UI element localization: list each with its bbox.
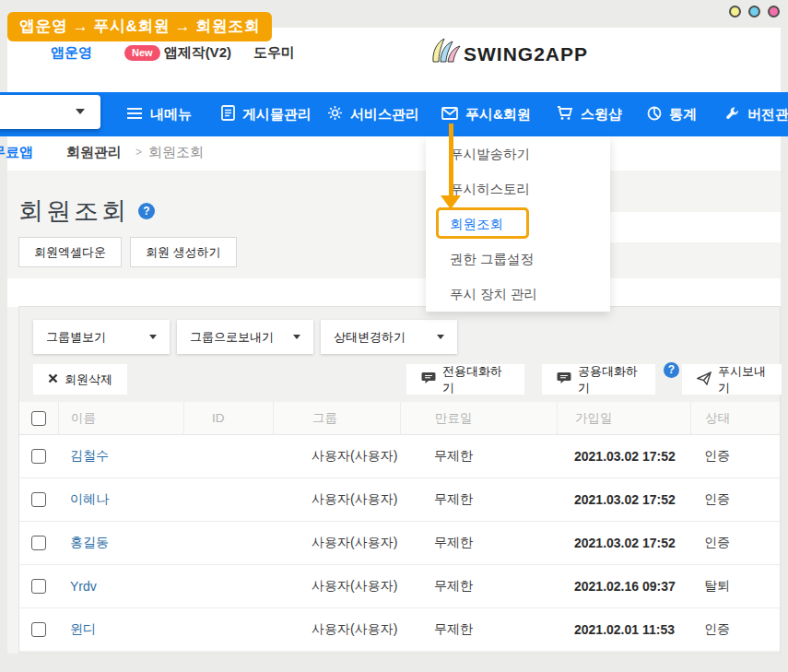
member-name-link[interactable]: Yrdv bbox=[70, 579, 97, 594]
col-header-group: 그룹 bbox=[273, 402, 400, 434]
menu-item-push-device[interactable]: 푸시 장치 관리 bbox=[426, 277, 610, 312]
nav-item-stats[interactable]: 통계 bbox=[647, 92, 697, 136]
nav-item-swing-shop[interactable]: 스윙샵 bbox=[557, 92, 622, 136]
nav-item-services[interactable]: 서비스관리 bbox=[327, 92, 419, 136]
member-group: 사용자(사용자) bbox=[273, 621, 400, 638]
breadcrumb-app-link[interactable]: 무료앱 bbox=[0, 144, 33, 161]
page-title: 회원조회 bbox=[18, 195, 129, 228]
nav-item-posts[interactable]: 게시물관리 bbox=[221, 92, 312, 136]
dropdown-value: 상태변경하기 bbox=[334, 329, 406, 346]
member-expiry: 무제한 bbox=[400, 535, 557, 551]
member-name-link[interactable]: 윈디 bbox=[70, 621, 96, 636]
tutorial-arrow-head-icon bbox=[441, 195, 461, 209]
col-header-joined: 가입일 bbox=[557, 402, 690, 434]
push-member-dropdown-menu: 푸시발송하기 푸시히스토리 회원조회 권한 그룹설정 푸시 장치 관리 bbox=[426, 136, 610, 312]
menu-item-push-send[interactable]: 푸시발송하기 bbox=[426, 136, 610, 171]
member-expiry: 무제한 bbox=[400, 448, 557, 465]
member-create-button[interactable]: 회원 생성하기 bbox=[130, 237, 237, 267]
member-excel-download-button[interactable]: 회원엑셀다운 bbox=[18, 237, 122, 267]
private-chat-button[interactable]: 전용대화하기 bbox=[406, 364, 524, 395]
window-control-cyan-icon[interactable] bbox=[748, 6, 760, 18]
row-checkbox[interactable] bbox=[31, 579, 46, 594]
nav-item-label: 내메뉴 bbox=[150, 106, 192, 124]
view-by-group-dropdown[interactable]: 그룹별보기 bbox=[33, 320, 170, 354]
row-checkbox[interactable] bbox=[31, 492, 46, 507]
col-header-name: 이름 bbox=[58, 402, 183, 434]
table-header-row: 이름 ID 그룹 만료일 가입일 상태 bbox=[19, 402, 780, 435]
help-icon[interactable]: ? bbox=[138, 203, 155, 219]
table-row: 홍길동 사용자(사용자) 무제한 2021.03.02 17:52 인증 bbox=[19, 522, 780, 565]
main-content: 회원조회 ? 회원엑셀다운 회원 생성하기 그룹별보기 그룹으로보내기 상태변경… bbox=[7, 171, 781, 654]
app-selector-dropdown[interactable] bbox=[0, 95, 100, 129]
select-all-checkbox[interactable] bbox=[31, 411, 46, 426]
dropdown-value: 그룹별보기 bbox=[46, 329, 106, 346]
header-link-app-maker-label: 앱제작(V2) bbox=[164, 44, 231, 62]
new-badge: New bbox=[124, 45, 160, 61]
member-list-panel: 그룹별보기 그룹으로보내기 상태변경하기 회원삭제 전용대화하기 bbox=[18, 306, 781, 654]
member-status: 인증 bbox=[690, 535, 780, 551]
member-group: 사용자(사용자) bbox=[273, 491, 400, 508]
x-icon bbox=[48, 372, 58, 386]
member-name-link[interactable]: 이혜나 bbox=[70, 491, 109, 506]
window-control-yellow-icon[interactable] bbox=[729, 6, 741, 18]
help-icon[interactable]: ? bbox=[664, 362, 679, 378]
breadcrumb-page: 회원조회 bbox=[148, 144, 204, 161]
content-strip bbox=[7, 278, 781, 307]
window-controls bbox=[729, 6, 780, 18]
menu-item-member-lookup[interactable]: 회원조회 bbox=[426, 206, 610, 242]
send-to-group-dropdown[interactable]: 그룹으로보내기 bbox=[177, 320, 313, 354]
menu-icon bbox=[126, 107, 143, 123]
member-joined: 2021.03.02 17:52 bbox=[557, 536, 690, 550]
send-icon bbox=[697, 371, 712, 388]
filter-dropdowns: 그룹별보기 그룹으로보내기 상태변경하기 bbox=[33, 320, 457, 354]
member-name-link[interactable]: 홍길동 bbox=[70, 535, 109, 549]
nav-item-push-members[interactable]: 푸시&회원 bbox=[441, 92, 531, 136]
col-header-status: 상태 bbox=[690, 402, 780, 434]
page-buttons: 회원엑셀다운 회원 생성하기 bbox=[18, 237, 237, 267]
cart-icon bbox=[557, 106, 573, 124]
nav-item-version[interactable]: 버전관리 bbox=[725, 92, 788, 136]
chevron-down-icon bbox=[76, 109, 85, 114]
header-link-app-maker[interactable]: New 앱제작(V2) bbox=[124, 44, 231, 62]
member-status: 탈퇴 bbox=[690, 578, 780, 595]
gear-icon bbox=[327, 105, 343, 124]
wrench-icon bbox=[725, 106, 740, 124]
header-link-helper[interactable]: 도우미 bbox=[253, 44, 295, 62]
nav-item-label: 스윙샵 bbox=[581, 106, 622, 124]
row-checkbox[interactable] bbox=[31, 536, 46, 550]
nav-item-label: 통계 bbox=[669, 106, 697, 124]
member-expiry: 무제한 bbox=[400, 491, 557, 508]
nav-item-label: 푸시&회원 bbox=[465, 106, 531, 124]
push-send-button[interactable]: 푸시보내기 bbox=[682, 364, 782, 395]
member-group: 사용자(사용자) bbox=[273, 578, 400, 595]
member-joined: 2021.02.16 09:37 bbox=[557, 579, 690, 594]
member-delete-button[interactable]: 회원삭제 bbox=[33, 364, 127, 395]
member-status: 인증 bbox=[690, 448, 780, 465]
menu-item-permission-group[interactable]: 권한 그룹설정 bbox=[426, 242, 610, 277]
row-checkbox[interactable] bbox=[31, 449, 46, 464]
header-link-app-manage[interactable]: 앱운영 bbox=[51, 44, 92, 62]
nav-item-my-menu[interactable]: 내메뉴 bbox=[126, 92, 192, 136]
col-header-expiry: 만료일 bbox=[400, 402, 557, 434]
change-status-dropdown[interactable]: 상태변경하기 bbox=[321, 320, 457, 354]
breadcrumb-section[interactable]: 회원관리 bbox=[66, 144, 122, 161]
row-checkbox[interactable] bbox=[31, 622, 46, 637]
nav-item-label: 게시물관리 bbox=[242, 106, 312, 124]
table-row: 김철수 사용자(사용자) 무제한 2021.03.02 17:52 인증 bbox=[19, 435, 780, 478]
swing2app-admin-screen: 앱운영 → 푸시&회원 → 회원조회 앱운영 New 앱제작(V2) 도우미 S… bbox=[0, 0, 788, 672]
member-status: 인증 bbox=[690, 621, 780, 638]
chevron-down-icon bbox=[149, 335, 157, 339]
member-name-link[interactable]: 김철수 bbox=[70, 448, 109, 463]
tutorial-breadcrumb-badge: 앱운영 → 푸시&회원 → 회원조회 bbox=[7, 12, 272, 41]
public-chat-button[interactable]: 공용대화하기 bbox=[542, 364, 655, 395]
button-label: 전용대화하기 bbox=[442, 363, 510, 396]
breadcrumb-bar bbox=[7, 136, 781, 171]
table-row: 이혜나 사용자(사용자) 무제한 2021.03.02 17:52 인증 bbox=[19, 478, 780, 522]
window-control-pink-icon[interactable] bbox=[768, 6, 780, 18]
document-icon bbox=[221, 105, 235, 124]
member-joined: 2021.03.02 17:52 bbox=[557, 492, 690, 507]
breadcrumb-separator: > bbox=[135, 146, 142, 159]
dropdown-value: 그룹으로보내기 bbox=[190, 329, 274, 346]
member-group: 사용자(사용자) bbox=[273, 535, 400, 551]
member-joined: 2021.02.01 11:53 bbox=[557, 622, 690, 637]
